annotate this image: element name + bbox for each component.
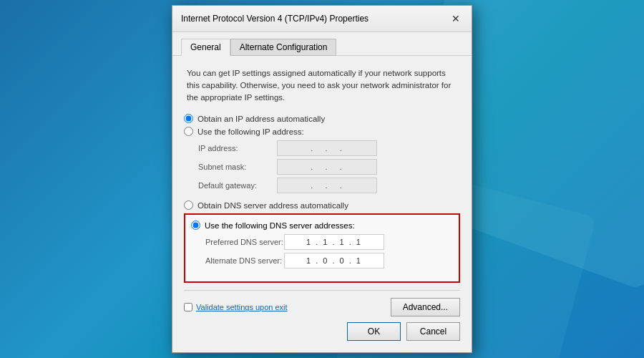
dialog-buttons: OK Cancel bbox=[184, 322, 460, 341]
manual-dns-radio[interactable] bbox=[191, 221, 200, 230]
alternate-dns-row: Alternate DNS server: bbox=[205, 253, 453, 268]
tab-alternate-configuration[interactable]: Alternate Configuration bbox=[230, 39, 337, 56]
validate-text: Validate settings upon exit bbox=[196, 303, 288, 311]
dns-highlighted-box: Use the following DNS server addresses: … bbox=[184, 213, 460, 283]
description-text: You can get IP settings assigned automat… bbox=[184, 67, 460, 105]
button-group: Advanced... bbox=[391, 298, 460, 316]
manual-dns-label: Use the following DNS server addresses: bbox=[205, 221, 355, 230]
preferred-dns-input[interactable] bbox=[284, 234, 384, 250]
auto-ip-option[interactable]: Obtain an IP address automatically bbox=[184, 114, 460, 123]
cancel-button[interactable]: Cancel bbox=[406, 322, 460, 341]
default-gateway-label: Default gateway: bbox=[198, 181, 277, 190]
ok-button[interactable]: OK bbox=[347, 322, 401, 341]
manual-ip-label: Use the following IP address: bbox=[197, 127, 304, 136]
ip-fields: IP address: Subnet mask: Default gateway… bbox=[198, 140, 460, 193]
auto-ip-radio[interactable] bbox=[184, 114, 193, 123]
preferred-dns-label: Preferred DNS server: bbox=[205, 238, 284, 246]
manual-ip-option[interactable]: Use the following IP address: bbox=[184, 127, 460, 136]
default-gateway-input[interactable] bbox=[277, 178, 377, 193]
manual-dns-option[interactable]: Use the following DNS server addresses: bbox=[191, 221, 453, 230]
tab-bar: General Alternate Configuration bbox=[172, 32, 472, 56]
subnet-mask-input[interactable] bbox=[277, 159, 377, 175]
ip-address-input[interactable] bbox=[277, 140, 377, 156]
auto-dns-label: Obtain DNS server address automatically bbox=[197, 201, 348, 210]
tab-general[interactable]: General bbox=[181, 39, 230, 56]
subnet-mask-row: Subnet mask: bbox=[198, 159, 460, 175]
alternate-dns-label: Alternate DNS server: bbox=[205, 256, 284, 265]
title-bar: Internet Protocol Version 4 (TCP/IPv4) P… bbox=[172, 6, 472, 32]
alternate-dns-input[interactable] bbox=[284, 253, 384, 268]
close-button[interactable]: ✕ bbox=[449, 11, 463, 26]
dns-fields: Preferred DNS server: Alternate DNS serv… bbox=[205, 234, 453, 268]
ip-address-row: IP address: bbox=[198, 140, 460, 156]
auto-dns-option[interactable]: Obtain DNS server address automatically bbox=[184, 200, 460, 210]
advanced-button[interactable]: Advanced... bbox=[391, 298, 460, 316]
properties-dialog: Internet Protocol Version 4 (TCP/IPv4) P… bbox=[172, 5, 472, 354]
auto-ip-label: Obtain an IP address automatically bbox=[197, 115, 325, 123]
auto-dns-radio[interactable] bbox=[184, 200, 193, 210]
preferred-dns-row: Preferred DNS server: bbox=[205, 234, 453, 250]
manual-ip-radio[interactable] bbox=[184, 127, 193, 136]
subnet-mask-label: Subnet mask: bbox=[198, 163, 277, 171]
validate-label[interactable]: Validate settings upon exit bbox=[184, 303, 288, 311]
ip-address-label: IP address: bbox=[198, 144, 277, 153]
bottom-section: Validate settings upon exit Advanced... bbox=[184, 290, 460, 316]
dialog-title: Internet Protocol Version 4 (TCP/IPv4) P… bbox=[181, 14, 369, 24]
default-gateway-row: Default gateway: bbox=[198, 178, 460, 193]
validate-checkbox[interactable] bbox=[184, 303, 192, 311]
dns-section: Obtain DNS server address automatically … bbox=[184, 200, 460, 283]
dialog-content: You can get IP settings assigned automat… bbox=[172, 56, 472, 353]
ip-section: Obtain an IP address automatically Use t… bbox=[184, 114, 460, 193]
